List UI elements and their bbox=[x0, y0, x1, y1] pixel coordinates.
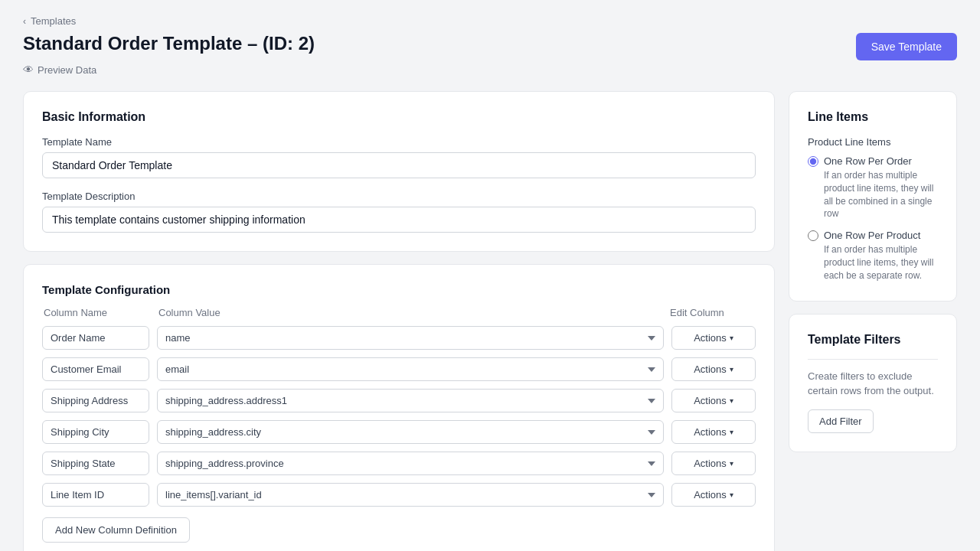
line-items-title: Line Items bbox=[808, 110, 938, 124]
product-line-items-options: One Row Per Order If an order has multip… bbox=[808, 155, 938, 282]
actions-label: Actions bbox=[694, 332, 727, 344]
table-row: shipping_address.province Actions ▾ bbox=[42, 452, 756, 475]
chevron-down-icon: ▾ bbox=[730, 459, 733, 468]
column-rows: name Actions ▾ email Actions ▾ shipping_… bbox=[42, 326, 756, 507]
col-header-name: Column Name bbox=[44, 307, 151, 318]
radio-option-desc: If an order has multiple product line it… bbox=[824, 243, 938, 282]
preview-label: Preview Data bbox=[38, 64, 96, 76]
actions-label: Actions bbox=[694, 489, 727, 500]
chevron-down-icon: ▾ bbox=[730, 396, 733, 405]
table-row: shipping_address.address1 Actions ▾ bbox=[42, 389, 756, 412]
column-name-input[interactable] bbox=[42, 389, 149, 412]
actions-button[interactable]: Actions ▾ bbox=[671, 420, 756, 444]
actions-label: Actions bbox=[694, 426, 727, 438]
column-name-input[interactable] bbox=[42, 452, 149, 475]
column-name-input[interactable] bbox=[42, 326, 149, 350]
actions-button[interactable]: Actions ▾ bbox=[671, 389, 756, 412]
basic-info-card: Basic Information Template Name Template… bbox=[23, 91, 775, 252]
actions-button[interactable]: Actions ▾ bbox=[671, 357, 756, 381]
divider bbox=[808, 359, 938, 360]
column-name-input[interactable] bbox=[42, 420, 149, 444]
column-value-select[interactable]: shipping_address.city bbox=[157, 420, 664, 444]
template-config-card: Template Configuration Column Name Colum… bbox=[23, 264, 775, 551]
product-line-items-subtitle: Product Line Items bbox=[808, 136, 938, 148]
chevron-left-icon: ‹ bbox=[23, 16, 26, 27]
list-item: One Row Per Order If an order has multip… bbox=[808, 155, 938, 220]
chevron-down-icon: ▾ bbox=[730, 365, 733, 373]
table-row: name Actions ▾ bbox=[42, 326, 756, 350]
column-value-select[interactable]: name bbox=[157, 326, 664, 350]
radio-input-one-row-per-order[interactable] bbox=[808, 156, 818, 167]
filter-description: Create filters to exclude certain rows f… bbox=[808, 369, 938, 399]
breadcrumb-label[interactable]: Templates bbox=[31, 15, 76, 27]
list-item: One Row Per Product If an order has mult… bbox=[808, 230, 938, 282]
table-row: shipping_address.city Actions ▾ bbox=[42, 420, 756, 444]
template-filters-card: Template Filters Create filters to exclu… bbox=[789, 314, 957, 452]
template-name-input[interactable] bbox=[42, 152, 756, 178]
column-name-input[interactable] bbox=[42, 357, 149, 381]
template-config-title: Template Configuration bbox=[42, 283, 756, 296]
template-name-label: Template Name bbox=[42, 136, 756, 148]
breadcrumb[interactable]: ‹ Templates bbox=[23, 15, 957, 27]
column-name-input[interactable] bbox=[42, 483, 149, 507]
radio-option-desc: If an order has multiple product line it… bbox=[824, 169, 938, 220]
column-value-select[interactable]: line_items[].variant_id bbox=[157, 483, 664, 507]
column-value-select[interactable]: email bbox=[157, 357, 664, 381]
table-row: email Actions ▾ bbox=[42, 357, 756, 381]
actions-label: Actions bbox=[694, 458, 727, 469]
radio-input-one-row-per-product[interactable] bbox=[808, 230, 818, 241]
template-desc-label: Template Description bbox=[42, 191, 756, 202]
preview-data-link[interactable]: 👁 Preview Data bbox=[23, 64, 957, 76]
table-row: line_items[].variant_id Actions ▾ bbox=[42, 483, 756, 507]
add-filter-button[interactable]: Add Filter bbox=[808, 409, 874, 433]
radio-label-one-row-per-product[interactable]: One Row Per Product bbox=[808, 230, 938, 241]
add-column-button[interactable]: Add New Column Definition bbox=[42, 517, 190, 543]
actions-button[interactable]: Actions ▾ bbox=[671, 326, 756, 350]
col-header-edit: Edit Column bbox=[670, 307, 754, 318]
radio-option-label: One Row Per Product bbox=[824, 230, 920, 241]
radio-option-label: One Row Per Order bbox=[824, 155, 912, 167]
eye-icon: 👁 bbox=[23, 64, 34, 76]
column-value-select[interactable]: shipping_address.address1 bbox=[157, 389, 664, 412]
save-template-button[interactable]: Save Template bbox=[856, 33, 957, 60]
chevron-down-icon: ▾ bbox=[730, 428, 733, 436]
col-header-value: Column Value bbox=[158, 307, 662, 318]
actions-label: Actions bbox=[694, 395, 727, 406]
chevron-down-icon: ▾ bbox=[730, 334, 733, 342]
radio-label-one-row-per-order[interactable]: One Row Per Order bbox=[808, 155, 938, 167]
actions-button[interactable]: Actions ▾ bbox=[671, 483, 756, 507]
chevron-down-icon: ▾ bbox=[730, 491, 733, 499]
actions-label: Actions bbox=[694, 364, 727, 375]
actions-button[interactable]: Actions ▾ bbox=[671, 452, 756, 475]
template-desc-input[interactable] bbox=[42, 207, 756, 233]
column-headers: Column Name Column Value Edit Column bbox=[42, 307, 756, 318]
basic-info-title: Basic Information bbox=[42, 110, 756, 124]
line-items-card: Line Items Product Line Items One Row Pe… bbox=[789, 91, 957, 302]
template-filters-title: Template Filters bbox=[808, 333, 938, 347]
column-value-select[interactable]: shipping_address.province bbox=[157, 452, 664, 475]
page-title: Standard Order Template – (ID: 2) bbox=[23, 33, 315, 54]
